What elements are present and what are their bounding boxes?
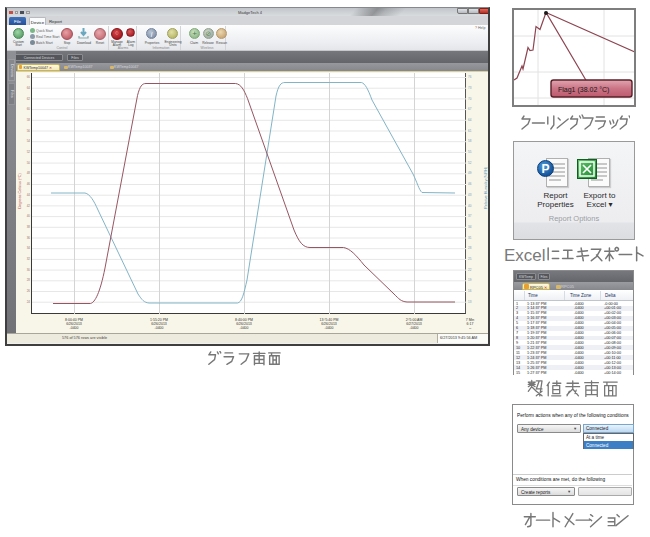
svg-text:Excel: Excel xyxy=(504,246,546,265)
svg-text:Flag1 (38.02 °C): Flag1 (38.02 °C) xyxy=(558,86,609,94)
